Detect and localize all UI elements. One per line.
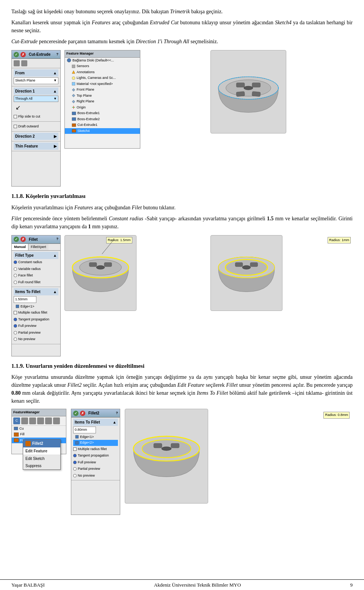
tool-btn-5[interactable] [53, 417, 60, 424]
draft-checkbox[interactable] [14, 125, 17, 128]
face-fillet-radio[interactable] [14, 274, 17, 277]
multiple-radius-checkbox[interactable] [14, 311, 17, 314]
fillet2-context-icon [25, 441, 31, 446]
context-item-1[interactable]: Edit Sketch [23, 455, 60, 462]
tree-header: Feature Manager [65, 50, 140, 58]
fillet2-tree-icon [14, 438, 19, 443]
section-119-heading: 1.1.9. Unsurların yeniden düzenlenmesi v… [11, 362, 353, 370]
fillet2-items-section: Items To Fillet ▲ 0.80mm Edge<1> Edge<2>… [71, 417, 120, 480]
fillet2-tangent-radio[interactable] [73, 454, 77, 457]
fillet-tabs: Manual FilletXpert [12, 244, 60, 251]
fillet2-edge2-icon [75, 441, 79, 445]
tool-btn-1[interactable] [21, 417, 28, 424]
tree-item-boss2[interactable]: Boss-Extrude2 [65, 116, 140, 122]
radius-label-15mm: Radius: 1.5mm [106, 237, 132, 244]
annotation-icon [72, 70, 75, 74]
svg-point-0 [67, 58, 71, 62]
tab-manual[interactable]: Manual [12, 244, 28, 251]
tree-item-sensors[interactable]: Sensors [65, 63, 140, 69]
fillet2-multi-checkbox[interactable] [73, 447, 77, 451]
figure-row-fillet2: FeatureManager C Cu Fill [11, 409, 353, 515]
fillet2-edge2-item[interactable]: Edge<2> [73, 440, 118, 446]
plane-icon [72, 88, 75, 92]
fm-context-area: FeatureManager C Cu Fill [11, 409, 66, 454]
fillet2-items-header: Items To Fillet ▲ [73, 419, 118, 426]
fillet2-cancel-btn[interactable]: ✗ [80, 411, 85, 416]
disc-fillet2-canvas [125, 409, 208, 504]
cut-btn[interactable]: C [13, 417, 20, 424]
radius-input[interactable]: 1.50mm [14, 296, 36, 303]
edge-icon [16, 304, 19, 308]
fillet2-ok-btn[interactable]: ✓ [73, 411, 78, 416]
from-header: From ▲ [14, 69, 58, 77]
origin-icon [72, 105, 75, 109]
direction1-dropdown[interactable]: Through All ▼ [14, 96, 58, 102]
thin-feature-section: Thin Feature ▶ [12, 141, 60, 151]
tree-item-material[interactable]: Material <not specified> [65, 81, 140, 87]
plane-icon-top [72, 94, 75, 97]
svg-point-50 [162, 447, 171, 450]
tab-filletxpert[interactable]: FilletXpert [28, 244, 49, 251]
tree-item-boss1[interactable]: Boss-Extrude1 [65, 110, 140, 116]
fillet-tree-icon [14, 432, 19, 437]
from-section: From ▲ Sketch Plane ▼ [12, 68, 60, 86]
boss-extrude1-icon [72, 111, 76, 115]
fm-fillet-item[interactable]: Fill [12, 432, 66, 438]
tree-item-cut1[interactable]: Cut-Extrude1 [65, 122, 140, 128]
tree-item-annotations[interactable]: Annotations [65, 69, 140, 75]
disc-fillet-view-2: Radius: 1mm [210, 235, 353, 311]
disc-fillet2-svg [125, 409, 208, 503]
fillet2-radius-input[interactable]: 0.80mm [73, 427, 96, 433]
edit-feature-item[interactable]: Edit Feature [23, 447, 60, 455]
tool-btn-2[interactable] [29, 417, 36, 424]
disc-fillet-svg-1 [65, 235, 136, 311]
tree-item-front-plane[interactable]: Front Plane [65, 87, 140, 93]
svg-rect-4 [72, 82, 75, 85]
tool-btn-3[interactable] [37, 417, 44, 424]
svg-rect-36 [250, 262, 258, 267]
flip-checkbox[interactable] [14, 115, 17, 118]
svg-rect-35 [235, 262, 243, 267]
ok-button[interactable]: ✓ [14, 52, 19, 57]
tree-item-sketch4[interactable]: Sketch4 [65, 128, 140, 134]
paragraph-4: Köşelerin yuvarlatılması için Features a… [11, 204, 353, 212]
no-preview-radio[interactable] [14, 337, 17, 341]
tree-item-lights[interactable]: Lights, Cameras and Sc... [65, 75, 140, 81]
direction2-section: Direction 2 ▶ [12, 132, 60, 141]
direction2-header: Direction 2 ▶ [14, 133, 58, 140]
full-preview-radio[interactable] [14, 324, 17, 328]
panel-pin-row [12, 59, 60, 68]
from-dropdown[interactable]: Sketch Plane ▼ [14, 77, 58, 84]
constant-radius-radio[interactable] [14, 260, 17, 264]
edge1-item[interactable]: Edge<1> [14, 304, 58, 310]
paragraph-1: Taslağı sağ üst köşedeki onay butonunu s… [11, 8, 353, 16]
fillet2-partial-preview-radio[interactable] [73, 467, 77, 471]
fillet2-edge1-item[interactable]: Edge<1> [73, 434, 118, 440]
full-round-radio[interactable] [14, 281, 17, 284]
material-icon [72, 82, 75, 86]
cancel-button[interactable]: ✗ [20, 52, 26, 57]
tangent-prop-radio[interactable] [14, 318, 17, 321]
svg-rect-40 [14, 427, 18, 430]
variable-radius-radio[interactable] [14, 267, 17, 271]
tree-item-0[interactable]: Bağlama Diski (Default<<... [65, 58, 140, 64]
tree-item-top-plane[interactable]: Top Plane [65, 93, 140, 99]
tool-btn-4[interactable] [45, 417, 52, 424]
fillet-cancel-btn[interactable]: ✗ [20, 237, 26, 242]
footer-author: Yaşar BALBAŞI [11, 581, 45, 589]
fillet-ok-btn[interactable]: ✓ [14, 237, 19, 242]
fillet2-panel: ✓ ✗ Fillet2 ? Items To Fillet ▲ 0.80mm E… [71, 409, 120, 515]
disc-3d-view-1 [144, 50, 353, 133]
context-item-2[interactable]: Suppress [23, 462, 60, 469]
fillet2-full-preview-radio[interactable] [73, 461, 77, 464]
feature-tree: Feature Manager Bağlama Diski (Default<<… [64, 50, 140, 149]
tree-item-origin[interactable]: Origin [65, 105, 140, 111]
disc-fillet-canvas-2 [210, 235, 282, 311]
fm-cu-item[interactable]: Cu [12, 426, 66, 432]
svg-rect-27 [89, 262, 97, 267]
partial-preview-radio[interactable] [14, 331, 17, 334]
svg-rect-20 [252, 91, 260, 97]
tree-item-right-plane[interactable]: Right Plane [65, 99, 140, 105]
fillet2-no-preview-radio[interactable] [73, 474, 77, 477]
svg-marker-7 [72, 100, 75, 103]
